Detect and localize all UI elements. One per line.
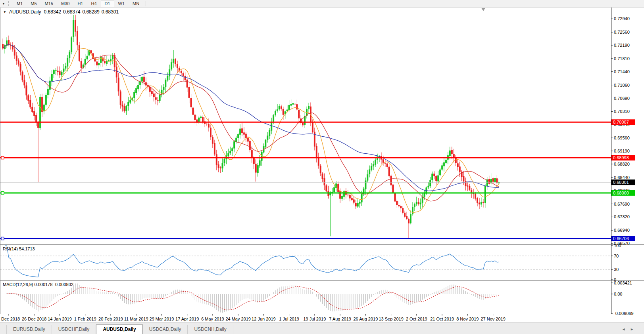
candle: [77, 31, 78, 45]
candle: [206, 124, 207, 124]
candle: [290, 104, 292, 106]
svg-text:20 Feb 2019: 20 Feb 2019: [98, 317, 123, 321]
chart-tab-eurusd[interactable]: EURUSD,Daily: [6, 325, 52, 334]
period-button-mn[interactable]: MN: [129, 0, 143, 7]
candle: [239, 129, 240, 134]
svg-text:7 Dec 2018: 7 Dec 2018: [0, 317, 20, 321]
candle: [69, 52, 70, 58]
svg-text:8 Nov 2019: 8 Nov 2019: [456, 317, 479, 321]
candle: [324, 178, 325, 185]
candle: [484, 186, 486, 203]
svg-text:13 Sep 2019: 13 Sep 2019: [379, 317, 403, 321]
svg-text:0.68000: 0.68000: [613, 191, 629, 195]
svg-text:0.70310: 0.70310: [614, 109, 630, 114]
candle: [63, 69, 64, 72]
chart-header: ▼ AUDUSD,Daily 0.68342 0.68374 0.68289 0…: [3, 9, 119, 15]
svg-text:0.69560: 0.69560: [614, 136, 630, 140]
candle: [34, 111, 35, 116]
candle: [241, 129, 242, 133]
candle: [275, 111, 276, 115]
svg-text:11 Mar 2019: 11 Mar 2019: [124, 317, 148, 321]
candle: [232, 149, 233, 151]
period-button-h4[interactable]: H4: [87, 0, 100, 7]
candle: [445, 160, 446, 163]
candle: [151, 92, 152, 94]
svg-text:0.71060: 0.71060: [614, 83, 630, 88]
candle: [218, 164, 219, 168]
candle: [457, 164, 458, 167]
chart-tab-usdcad[interactable]: USDCAD,Daily: [143, 325, 188, 334]
candle: [243, 133, 244, 134]
period-button-d1[interactable]: D1: [101, 0, 114, 7]
period-toolbar: ▼ M1M5M15M30H1H4D1W1MN: [0, 0, 644, 8]
svg-text:0.71440: 0.71440: [614, 69, 630, 74]
level-line-handle[interactable]: [1, 191, 4, 194]
candle: [122, 105, 123, 106]
svg-text:7 Aug 2019: 7 Aug 2019: [329, 317, 351, 321]
candle: [14, 50, 15, 55]
candle: [71, 38, 72, 52]
svg-text:29 Mar 2019: 29 Mar 2019: [150, 317, 174, 321]
candle: [292, 103, 294, 105]
candle: [265, 140, 266, 147]
period-button-h1[interactable]: H1: [73, 0, 87, 7]
chevron-down-icon[interactable]: ▼: [0, 2, 7, 6]
chart-tab-usdcnh[interactable]: USDCNH,Daily: [188, 325, 233, 334]
level-line-handle[interactable]: [1, 157, 4, 159]
candle: [104, 61, 105, 63]
candle: [428, 186, 429, 187]
candle: [298, 110, 300, 118]
candle: [251, 150, 252, 158]
candle: [286, 110, 288, 111]
svg-text:0.66940: 0.66940: [614, 228, 630, 233]
candle: [200, 117, 202, 118]
candle: [347, 195, 348, 195]
candle: [224, 159, 225, 163]
candle: [161, 90, 162, 94]
candle: [326, 185, 327, 191]
svg-text:24 May 2019: 24 May 2019: [225, 317, 251, 321]
tab-scroll-right-icon[interactable]: ►: [630, 327, 634, 331]
level-line-handle[interactable]: [1, 237, 4, 240]
high-value: 0.68374: [63, 9, 80, 15]
chart-symbol-label: AUDUSD,Daily: [9, 9, 41, 15]
candle: [16, 56, 17, 61]
tab-scroll-left-icon[interactable]: ◄: [622, 327, 625, 331]
period-button-m1[interactable]: M1: [13, 0, 27, 7]
candle: [24, 80, 25, 85]
collapse-triangle-icon[interactable]: ▼: [3, 10, 6, 14]
candle: [277, 109, 278, 111]
rsi-pane-label: RSI(14) 54.1713: [3, 246, 35, 251]
candle: [45, 95, 46, 105]
candle: [190, 98, 192, 107]
toolbar-grip-handle[interactable]: [8, 1, 10, 6]
candle: [434, 174, 435, 176]
candle: [451, 150, 452, 154]
candle: [441, 166, 442, 170]
chart-tab-usdchf[interactable]: USDCHF,Daily: [52, 325, 96, 334]
candle: [208, 124, 209, 128]
candle: [483, 202, 484, 203]
svg-text:19 Jul 2019: 19 Jul 2019: [303, 317, 326, 321]
candle: [155, 97, 156, 100]
candle: [61, 72, 62, 75]
period-button-w1[interactable]: W1: [114, 0, 129, 7]
candle: [318, 157, 319, 166]
period-button-m5[interactable]: M5: [27, 0, 40, 7]
svg-text:0.72190: 0.72190: [614, 43, 630, 48]
candle: [420, 203, 421, 204]
candle: [236, 138, 237, 142]
period-button-m15[interactable]: M15: [41, 0, 57, 7]
candle: [418, 202, 419, 204]
candle: [375, 160, 376, 164]
period-button-m30[interactable]: M30: [57, 0, 73, 7]
chart-tab-audusd[interactable]: AUDUSD,Daily: [96, 324, 142, 334]
candle: [159, 95, 160, 101]
candle: [404, 213, 406, 217]
candle: [341, 196, 342, 198]
candle: [247, 138, 248, 141]
svg-text:0.003421: 0.003421: [614, 281, 632, 285]
price-chart-canvas[interactable]: 0.729400.725600.721900.718100.714400.710…: [0, 7, 644, 323]
candle: [167, 76, 168, 80]
candle: [406, 216, 407, 219]
